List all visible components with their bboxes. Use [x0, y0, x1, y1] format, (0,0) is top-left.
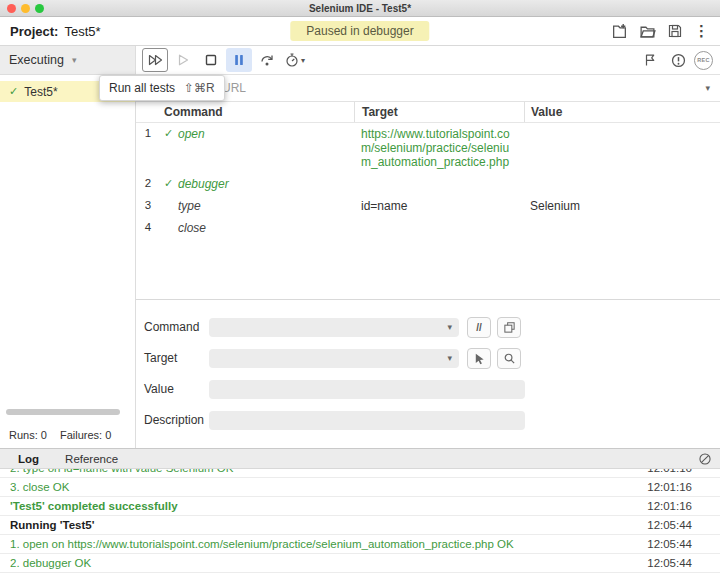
paused-in-debugger-badge: Paused in debugger — [290, 21, 429, 41]
target-field-label: Target — [144, 351, 209, 365]
new-project-button[interactable] — [610, 22, 629, 41]
chevron-down-icon: ▾ — [447, 322, 452, 332]
run-all-tests-button[interactable] — [142, 48, 168, 72]
sidebar-horizontal-scrollbar[interactable] — [6, 409, 120, 415]
exclamation-circle-icon — [670, 52, 687, 69]
tests-view-dropdown[interactable]: Executing ▾ — [0, 46, 135, 75]
log-entry-text: 1. open on https://www.tutorialspoint.co… — [10, 538, 635, 550]
minimize-window-button[interactable] — [21, 4, 30, 13]
project-name: Test5* — [64, 24, 100, 39]
step-over-button[interactable] — [254, 48, 280, 72]
log-entry: 1. open on https://www.tutorialspoint.co… — [0, 535, 720, 554]
tests-view-label: Executing — [9, 53, 64, 67]
zoom-window-button[interactable] — [35, 4, 44, 13]
log-entry-text: 3. close OK — [10, 481, 635, 493]
log-entry-time: 12:01:16 — [647, 481, 706, 493]
step-check-placeholder — [164, 221, 175, 235]
steps-header-value: Value — [524, 102, 720, 122]
log-entry-time: 12:05:44 — [647, 557, 706, 569]
log-entry: Running 'Test5' 12:05:44 — [0, 516, 720, 535]
find-target-button[interactable] — [497, 348, 521, 369]
editor-pane: ▾ — [136, 46, 720, 448]
url-dropdown-caret-icon[interactable]: ▾ — [705, 83, 710, 93]
clear-log-button[interactable] — [698, 452, 712, 466]
open-project-button[interactable] — [638, 22, 657, 41]
step-row[interactable]: 4 close — [136, 217, 720, 239]
stop-button[interactable] — [198, 48, 224, 72]
step-row[interactable]: 3 type id=name Selenium — [136, 195, 720, 217]
log-entry: 3. close OK 12:01:16 — [0, 478, 720, 497]
tab-log[interactable]: Log — [18, 453, 39, 465]
chevron-down-icon: ▾ — [301, 56, 305, 65]
steps-table-header: Command Target Value — [136, 102, 720, 123]
step-edit-form: Command ▾ // — [136, 300, 720, 448]
step-number: 2 — [136, 177, 160, 189]
disable-breakpoints-button[interactable] — [637, 48, 663, 72]
step-over-icon — [259, 52, 275, 68]
log-entry-text: 2. type on id=name with value Selenium O… — [10, 469, 635, 474]
run-current-test-button[interactable] — [170, 48, 196, 72]
new-project-icon — [611, 23, 628, 40]
command-field-label: Command — [144, 320, 209, 334]
test-passed-check-icon: ✓ — [9, 85, 18, 98]
step-number: 3 — [136, 199, 160, 211]
step-target: id=name — [354, 199, 524, 213]
test-speed-control[interactable]: ▾ — [284, 52, 305, 68]
close-window-button[interactable] — [7, 4, 16, 13]
log-entry-text: 2. debugger OK — [10, 557, 635, 569]
steps-table-body: 1 ✓ open https://www.tutorialspoint.com/… — [136, 123, 720, 300]
log-tab-bar: Log Reference — [0, 449, 720, 469]
main-split: Executing ▾ ✓ Test5* Runs: 0 Failures: 0 — [0, 46, 720, 448]
runs-count: Runs: 0 — [9, 429, 47, 441]
save-project-button[interactable] — [666, 22, 684, 40]
step-row[interactable]: 2 ✓ debugger — [136, 173, 720, 195]
header-actions: ⋮ — [610, 22, 710, 41]
record-button[interactable]: REC — [693, 50, 714, 71]
log-entry-time: 12:01:16 — [647, 500, 706, 512]
window-controls — [7, 4, 44, 13]
pause-button[interactable] — [226, 48, 252, 72]
log-entry-time: 12:05:44 — [647, 538, 706, 550]
project-header: Project: Test5* Paused in debugger — [0, 17, 720, 46]
target-input[interactable]: ▾ — [209, 349, 459, 368]
chevron-down-icon: ▾ — [72, 55, 77, 65]
description-input[interactable] — [209, 411, 525, 430]
search-icon — [503, 352, 516, 365]
open-new-window-button[interactable] — [497, 317, 521, 338]
window-title: Selenium IDE - Test5* — [0, 3, 720, 14]
playback-toolbar: ▾ — [136, 46, 720, 75]
menu-button[interactable]: ⋮ — [693, 23, 710, 39]
tooltip-label: Run all tests — [109, 81, 175, 95]
log-list-inner: 2. type on id=name with value Selenium O… — [0, 469, 720, 573]
description-field-label: Description — [144, 413, 209, 427]
pause-icon — [231, 52, 247, 68]
step-number: 1 — [136, 127, 160, 139]
tab-reference[interactable]: Reference — [65, 453, 118, 465]
step-command: type — [178, 199, 201, 213]
log-entry-time: 12:05:44 — [647, 519, 706, 531]
clear-log-icon — [698, 452, 712, 466]
steps-header-target: Target — [354, 102, 524, 122]
stopwatch-icon — [284, 52, 300, 68]
select-target-in-page-button[interactable] — [467, 348, 491, 369]
new-window-icon — [503, 321, 516, 334]
log-entry: 2. debugger OK 12:05:44 — [0, 554, 720, 573]
step-passed-check-icon: ✓ — [164, 177, 175, 191]
pause-on-exceptions-button[interactable] — [665, 48, 691, 72]
toggle-comment-button[interactable]: // — [467, 317, 491, 338]
run-all-tests-tooltip: Run all tests ⇧⌘R — [99, 75, 225, 101]
chevron-down-icon: ▾ — [447, 353, 452, 363]
command-select[interactable]: ▾ — [209, 318, 459, 337]
log-entry: 'Test5' completed successfully 12:01:16 — [0, 497, 720, 516]
step-check-placeholder — [164, 199, 175, 213]
selenium-ide-window: Selenium IDE - Test5* Project: Test5* Pa… — [0, 0, 720, 573]
value-input[interactable] — [209, 380, 525, 399]
step-command: open — [178, 127, 205, 141]
step-passed-check-icon: ✓ — [164, 127, 175, 141]
log-list[interactable]: 2. type on id=name with value Selenium O… — [0, 469, 720, 573]
log-panel: Log Reference 2. type on id=name with va… — [0, 448, 720, 573]
steps-header-command: Command — [160, 102, 354, 122]
target-cursor-icon — [473, 352, 486, 365]
run-all-icon — [147, 52, 164, 68]
step-row[interactable]: 1 ✓ open https://www.tutorialspoint.com/… — [136, 123, 720, 173]
